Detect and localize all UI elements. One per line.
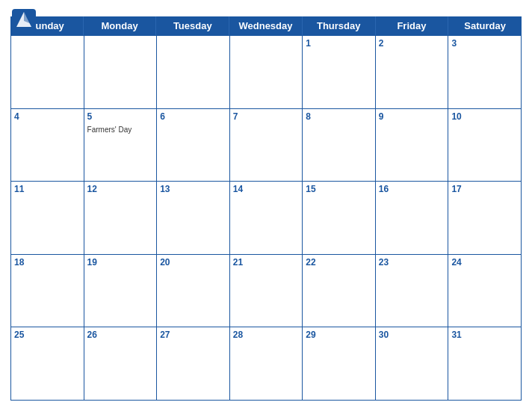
date-number: 10 <box>451 111 518 122</box>
table-row[interactable] <box>11 36 84 109</box>
table-row[interactable]: 17 <box>448 182 522 255</box>
logo-area <box>10 7 39 34</box>
table-row[interactable]: 24 <box>448 255 522 328</box>
date-number: 23 <box>379 257 445 268</box>
date-number: 30 <box>379 330 445 340</box>
date-number: 22 <box>306 257 372 268</box>
date-number: 4 <box>14 111 81 122</box>
table-row[interactable]: 1 <box>303 36 376 109</box>
date-number: 20 <box>160 257 226 268</box>
day-friday: Friday <box>376 16 449 35</box>
date-number: 11 <box>14 184 81 194</box>
table-row[interactable]: 26 <box>84 327 158 401</box>
date-number: 13 <box>160 184 226 194</box>
logo-icon <box>10 7 37 34</box>
day-monday: Monday <box>84 16 157 35</box>
day-saturday: Saturday <box>448 16 522 35</box>
date-number: 16 <box>379 184 445 194</box>
table-row[interactable]: 28 <box>230 327 303 401</box>
table-row[interactable]: 16 <box>376 182 449 255</box>
table-row[interactable]: 2 <box>376 36 449 109</box>
table-row[interactable]: 8 <box>303 109 376 182</box>
calendar-grid: 12345Farmers' Day67891011121314151617181… <box>10 35 522 401</box>
date-number: 12 <box>87 184 154 194</box>
calendar-wrapper: Sunday Monday Tuesday Wednesday Thursday… <box>0 0 532 411</box>
calendar-header <box>10 7 522 13</box>
date-number: 18 <box>14 257 81 268</box>
table-row[interactable]: 15 <box>303 182 376 255</box>
date-number: 5 <box>87 111 154 122</box>
date-number: 31 <box>451 330 518 340</box>
table-row[interactable]: 31 <box>448 327 522 401</box>
date-number: 19 <box>87 257 154 268</box>
date-number: 26 <box>87 330 154 340</box>
table-row[interactable] <box>230 36 303 109</box>
table-row[interactable] <box>84 36 158 109</box>
date-number: 1 <box>306 38 372 49</box>
date-number: 29 <box>306 330 372 340</box>
table-row[interactable]: 23 <box>376 255 449 328</box>
table-row[interactable]: 10 <box>448 109 522 182</box>
table-row[interactable]: 25 <box>11 327 84 401</box>
day-headers: Sunday Monday Tuesday Wednesday Thursday… <box>10 16 522 35</box>
date-number: 25 <box>14 330 81 340</box>
date-number: 15 <box>306 184 372 194</box>
table-row[interactable]: 7 <box>230 109 303 182</box>
day-thursday: Thursday <box>303 16 376 35</box>
table-row[interactable]: 29 <box>303 327 376 401</box>
table-row[interactable]: 3 <box>448 36 522 109</box>
event-label: Farmers' Day <box>87 126 132 134</box>
date-number: 2 <box>379 38 445 49</box>
date-number: 8 <box>306 111 372 122</box>
table-row[interactable]: 9 <box>376 109 449 182</box>
date-number: 6 <box>160 111 226 122</box>
date-number: 7 <box>233 111 300 122</box>
table-row[interactable]: 22 <box>303 255 376 328</box>
table-row[interactable]: 18 <box>11 255 84 328</box>
table-row[interactable]: 30 <box>376 327 449 401</box>
table-row[interactable]: 27 <box>157 327 230 401</box>
date-number: 28 <box>233 330 300 340</box>
table-row[interactable]: 5Farmers' Day <box>84 109 158 182</box>
date-number: 14 <box>233 184 300 194</box>
table-row[interactable]: 13 <box>157 182 230 255</box>
table-row[interactable]: 6 <box>157 109 230 182</box>
day-tuesday: Tuesday <box>156 16 229 35</box>
table-row[interactable]: 19 <box>84 255 158 328</box>
table-row[interactable]: 12 <box>84 182 158 255</box>
day-wednesday: Wednesday <box>229 16 303 35</box>
table-row[interactable]: 11 <box>11 182 84 255</box>
table-row[interactable] <box>157 36 230 109</box>
date-number: 27 <box>160 330 226 340</box>
table-row[interactable]: 14 <box>230 182 303 255</box>
table-row[interactable]: 4 <box>11 109 84 182</box>
table-row[interactable]: 20 <box>157 255 230 328</box>
date-number: 17 <box>451 184 518 194</box>
date-number: 24 <box>451 257 518 268</box>
date-number: 21 <box>233 257 300 268</box>
date-number: 9 <box>379 111 445 122</box>
table-row[interactable]: 21 <box>230 255 303 328</box>
date-number: 3 <box>451 38 518 49</box>
